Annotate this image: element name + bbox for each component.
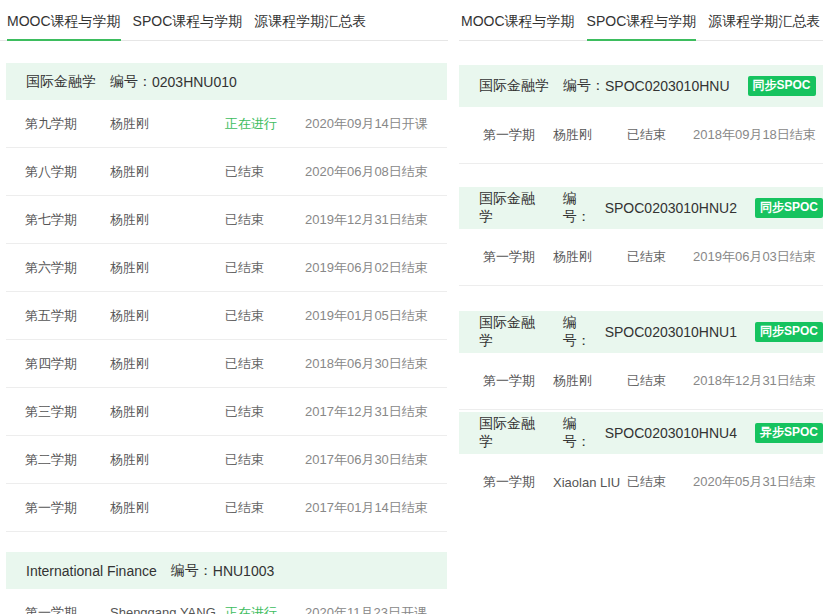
term-name: 第一学期	[483, 126, 553, 144]
term-date: 2019年01月05日结束	[305, 307, 447, 325]
term-row[interactable]: 第八学期杨胜刚已结束2020年06月08日结束	[6, 148, 447, 196]
tab-source-term-summary[interactable]: 源课程学期汇总表	[708, 13, 820, 41]
right-course-list: 国际金融学编号：SPOC0203010HNU同步SPOC第一学期杨胜刚已结束20…	[459, 65, 823, 510]
teacher-name: 杨胜刚	[110, 403, 225, 421]
course-card: 国际金融学编号：SPOC0203010HNU1同步SPOC第一学期杨胜刚已结束2…	[459, 311, 823, 410]
tab-spoc-courses[interactable]: SPOC课程与学期	[133, 13, 243, 41]
course-header: 国际金融学编号：0203HNU010	[6, 63, 447, 100]
term-status: 已结束	[225, 355, 305, 373]
course-code: SPOC0203010HNU1	[605, 324, 737, 340]
term-status: 已结束	[225, 307, 305, 325]
course-code-label: 编号：	[563, 415, 605, 451]
tab-source-term-summary[interactable]: 源课程学期汇总表	[254, 13, 366, 41]
course-name: International Finance	[26, 563, 157, 579]
course-header: 国际金融学编号：SPOC0203010HNU1同步SPOC	[459, 311, 823, 353]
course-header: 国际金融学编号：SPOC0203010HNU2同步SPOC	[459, 187, 823, 229]
term-date: 2019年12月31日结束	[305, 211, 447, 229]
course-code: SPOC0203010HNU4	[605, 425, 737, 441]
course-name: 国际金融学	[479, 314, 549, 350]
term-date: 2018年06月30日结束	[305, 355, 447, 373]
term-date: 2018年12月31日结束	[693, 372, 823, 390]
term-name: 第三学期	[25, 403, 110, 421]
term-row[interactable]: 第九学期杨胜刚正在进行2020年09月14日开课	[6, 100, 447, 148]
term-name: 第八学期	[25, 163, 110, 181]
term-row[interactable]: 第一学期杨胜刚已结束2019年06月03日结束	[459, 229, 823, 286]
course-code-label: 编号：	[563, 190, 605, 226]
teacher-name: 杨胜刚	[110, 163, 225, 181]
term-management-page: MOOC课程与学期SPOC课程与学期源课程学期汇总表 国际金融学编号：0203H…	[0, 0, 823, 614]
spoc-type-badge: 同步SPOC	[755, 198, 823, 218]
term-name: 第一学期	[25, 604, 110, 614]
term-row[interactable]: 第二学期杨胜刚已结束2017年06月30日结束	[6, 436, 447, 484]
spoc-type-badge: 同步SPOC	[748, 76, 816, 96]
right-tab-bar: MOOC课程与学期SPOC课程与学期源课程学期汇总表	[459, 0, 823, 41]
term-status: 已结束	[225, 499, 305, 517]
teacher-name: 杨胜刚	[110, 451, 225, 469]
spoc-type-badge: 异步SPOC	[755, 423, 823, 443]
course-header: 国际金融学编号：SPOC0203010HNU同步SPOC	[459, 65, 823, 107]
term-date: 2020年05月31日结束	[693, 473, 823, 491]
left-course-list: 国际金融学编号：0203HNU010第九学期杨胜刚正在进行2020年09月14日…	[0, 63, 448, 614]
term-status: 已结束	[225, 451, 305, 469]
tab-spoc-courses[interactable]: SPOC课程与学期	[587, 13, 697, 41]
term-row[interactable]: 第一学期杨胜刚已结束2017年01月14日结束	[6, 484, 447, 532]
course-name: 国际金融学	[479, 190, 549, 226]
course-card: International Finance编号：HNU1003第一学期Sheng…	[6, 552, 447, 614]
term-name: 第一学期	[483, 473, 553, 491]
course-name: 国际金融学	[479, 77, 549, 95]
teacher-name: 杨胜刚	[110, 211, 225, 229]
term-status: 已结束	[225, 211, 305, 229]
term-row[interactable]: 第一学期杨胜刚已结束2018年09月18日结束	[459, 107, 823, 164]
term-row[interactable]: 第三学期杨胜刚已结束2017年12月31日结束	[6, 388, 447, 436]
spoc-type-badge: 同步SPOC	[755, 322, 823, 342]
term-date: 2019年06月02日结束	[305, 259, 447, 277]
term-date: 2018年09月18日结束	[693, 126, 823, 144]
term-status: 已结束	[225, 163, 305, 181]
term-row[interactable]: 第一学期Xiaolan LIU已结束2020年05月31日结束	[459, 454, 823, 510]
term-status: 已结束	[225, 403, 305, 421]
term-date: 2020年06月08日结束	[305, 163, 447, 181]
course-header: International Finance编号：HNU1003	[6, 552, 447, 589]
term-name: 第七学期	[25, 211, 110, 229]
course-code-label: 编号：	[110, 73, 152, 91]
tab-mooc-courses[interactable]: MOOC课程与学期	[7, 13, 121, 41]
term-name: 第五学期	[25, 307, 110, 325]
term-status: 已结束	[627, 473, 693, 491]
course-card: 国际金融学编号：SPOC0203010HNU4异步SPOC第一学期Xiaolan…	[459, 412, 823, 510]
course-code-label: 编号：	[563, 77, 605, 95]
term-row[interactable]: 第一学期Shenggang YANG正在进行2020年11月23日开课	[6, 589, 447, 614]
teacher-name: 杨胜刚	[553, 248, 627, 266]
term-row[interactable]: 第四学期杨胜刚已结束2018年06月30日结束	[6, 340, 447, 388]
course-card: 国际金融学编号：SPOC0203010HNU2同步SPOC第一学期杨胜刚已结束2…	[459, 187, 823, 286]
term-date: 2017年01月14日结束	[305, 499, 447, 517]
term-row[interactable]: 第七学期杨胜刚已结束2019年12月31日结束	[6, 196, 447, 244]
term-status: 已结束	[225, 259, 305, 277]
left-tab-bar: MOOC课程与学期SPOC课程与学期源课程学期汇总表	[0, 0, 448, 41]
tab-mooc-courses[interactable]: MOOC课程与学期	[461, 13, 575, 41]
term-date: 2020年09月14日开课	[305, 115, 447, 133]
course-card: 国际金融学编号：0203HNU010第九学期杨胜刚正在进行2020年09月14日…	[6, 63, 447, 532]
term-row[interactable]: 第一学期杨胜刚已结束2018年12月31日结束	[459, 353, 823, 410]
course-code: SPOC0203010HNU	[605, 78, 730, 94]
term-status: 已结束	[627, 126, 693, 144]
term-date: 2017年12月31日结束	[305, 403, 447, 421]
spoc-courses-panel: MOOC课程与学期SPOC课程与学期源课程学期汇总表 国际金融学编号：SPOC0…	[459, 0, 823, 614]
term-status: 已结束	[627, 248, 693, 266]
term-name: 第四学期	[25, 355, 110, 373]
term-date: 2020年11月23日开课	[305, 604, 447, 614]
teacher-name: Xiaolan LIU	[553, 475, 627, 490]
teacher-name: Shenggang YANG	[110, 605, 225, 614]
course-name: 国际金融学	[479, 415, 549, 451]
mooc-courses-panel: MOOC课程与学期SPOC课程与学期源课程学期汇总表 国际金融学编号：0203H…	[0, 0, 448, 614]
term-row[interactable]: 第五学期杨胜刚已结束2019年01月05日结束	[6, 292, 447, 340]
course-code: SPOC0203010HNU2	[605, 200, 737, 216]
course-card: 国际金融学编号：SPOC0203010HNU同步SPOC第一学期杨胜刚已结束20…	[459, 65, 823, 164]
term-row[interactable]: 第六学期杨胜刚已结束2019年06月02日结束	[6, 244, 447, 292]
course-name: 国际金融学	[26, 73, 96, 91]
teacher-name: 杨胜刚	[110, 499, 225, 517]
teacher-name: 杨胜刚	[110, 259, 225, 277]
course-code-label: 编号：	[171, 562, 213, 580]
course-code-label: 编号：	[563, 314, 605, 350]
term-name: 第一学期	[25, 499, 110, 517]
teacher-name: 杨胜刚	[553, 372, 627, 390]
